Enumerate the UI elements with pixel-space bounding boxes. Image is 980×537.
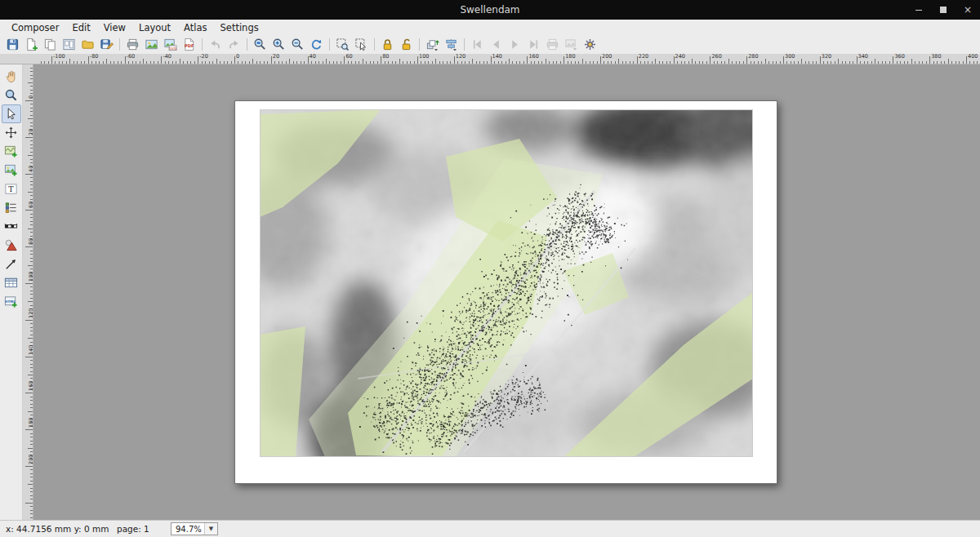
ruler-tick — [717, 61, 718, 64]
ruler-tick — [323, 61, 323, 64]
ruler-label: -80 — [90, 54, 99, 60]
add-label-button[interactable]: T — [2, 180, 21, 198]
ruler-label: 100 — [419, 54, 429, 60]
move-item-content-tool-button[interactable] — [2, 123, 21, 142]
zoom-level-select[interactable]: 94.7% ▼ — [171, 522, 218, 535]
add-html-frame-button[interactable]: HTML — [2, 292, 21, 311]
save-project-button[interactable] — [3, 36, 22, 53]
add-attribute-table-button[interactable] — [2, 273, 21, 292]
nav-first-icon — [470, 38, 484, 51]
composer-manager-button[interactable] — [60, 36, 78, 53]
menu-edit[interactable]: Edit — [65, 20, 96, 35]
ruler-tick — [714, 61, 715, 64]
ruler-tick — [150, 61, 151, 64]
zoom-out-button[interactable] — [288, 36, 307, 53]
add-legend-button[interactable] — [2, 198, 21, 217]
zoom-full-button[interactable] — [251, 36, 270, 53]
ruler-label: -100 — [53, 54, 65, 60]
export-image-button[interactable] — [142, 36, 161, 53]
menu-layout[interactable]: Layout — [132, 20, 177, 35]
export-pdf-button[interactable]: PDF — [180, 36, 198, 53]
ruler-tick — [556, 61, 557, 64]
ruler-tick — [911, 59, 912, 64]
add-scalebar-button[interactable] — [2, 217, 21, 236]
ruler-tick — [388, 61, 389, 64]
add-image-button[interactable] — [2, 161, 21, 180]
print-button[interactable] — [123, 36, 142, 53]
ruler-tick — [146, 61, 147, 64]
add-new-map-button[interactable] — [2, 142, 21, 161]
atlas-previous-feature-button — [487, 36, 506, 53]
ruler-label: 380 — [931, 54, 941, 60]
ruler-tick — [30, 148, 33, 149]
ruler-tick — [937, 61, 938, 64]
toolbar-separator — [202, 38, 203, 51]
select-move-item-tool-button[interactable] — [2, 104, 21, 123]
refresh-view-button[interactable] — [307, 36, 326, 53]
maximize-button[interactable] — [938, 4, 949, 16]
lock-icon — [381, 38, 394, 51]
ruler-tick — [487, 61, 488, 64]
ruler-tick — [966, 56, 967, 64]
ruler-label: 340 — [858, 54, 868, 60]
ruler-tick — [359, 61, 359, 64]
ruler-tick — [25, 246, 33, 247]
lock-selected-items-button[interactable] — [378, 36, 397, 53]
ruler-tick — [28, 192, 33, 193]
add-arrow-button[interactable] — [2, 255, 21, 273]
ruler-tick — [293, 61, 294, 64]
ruler-tick — [30, 254, 33, 255]
zoom-in-button[interactable] — [270, 36, 288, 53]
export-atlas-icon — [564, 38, 578, 51]
ruler-label: 360 — [894, 54, 904, 60]
ruler-tick — [183, 61, 184, 64]
ruler-tick — [28, 265, 33, 266]
raise-icon — [425, 38, 439, 51]
export-svg-button[interactable]: SVG — [161, 36, 180, 53]
raise-selected-items-button[interactable] — [423, 36, 442, 53]
minimize-button[interactable] — [913, 4, 924, 16]
add-shape-button[interactable] — [2, 236, 21, 255]
pan-tool-button[interactable] — [2, 67, 21, 86]
ruler-label: 160 — [528, 54, 538, 60]
ruler-tick — [801, 59, 802, 64]
ruler-tick — [30, 415, 33, 415]
page-sheet[interactable] — [234, 100, 777, 484]
ruler-tick — [209, 61, 210, 64]
printer-icon — [546, 38, 559, 51]
composition-canvas[interactable] — [33, 64, 980, 520]
ruler-tick — [44, 61, 45, 64]
smart-guides-button[interactable] — [352, 36, 371, 53]
duplicate-composer-button[interactable] — [41, 36, 60, 53]
menu-settings[interactable]: Settings — [214, 20, 265, 35]
menu-composer[interactable]: Composer — [5, 20, 65, 35]
close-button[interactable]: × — [962, 4, 973, 16]
load-from-template-button[interactable] — [78, 36, 97, 53]
align-items-button[interactable] — [442, 36, 461, 53]
map-item[interactable] — [260, 109, 753, 457]
ruler-tick — [506, 61, 506, 64]
snap-grid-button[interactable] — [333, 36, 352, 53]
ruler-tick — [476, 61, 477, 64]
menu-view[interactable]: View — [97, 20, 132, 35]
ruler-tick — [30, 400, 33, 401]
new-composer-button[interactable] — [22, 36, 41, 53]
unlock-all-items-button[interactable] — [397, 36, 416, 53]
ruler-tick — [30, 360, 33, 361]
ruler-tick — [531, 61, 532, 64]
zoom-tool-button[interactable] — [2, 86, 21, 104]
atlas-settings-button[interactable] — [581, 36, 599, 53]
ruler-label: 0 — [236, 54, 239, 60]
cursor-position: x: 44.7156 mm y: 0 mm — [6, 524, 110, 534]
ruler-tick — [835, 61, 835, 64]
ruler-tick — [871, 61, 872, 64]
ruler-tick — [421, 61, 421, 64]
menu-atlas[interactable]: Atlas — [177, 20, 213, 35]
ruler-tick — [838, 59, 839, 64]
ruler-tick — [864, 61, 865, 64]
save-as-template-button[interactable] — [97, 36, 116, 53]
ruler-tick — [776, 61, 777, 64]
ruler-tick — [479, 61, 480, 64]
ruler-tick — [959, 61, 960, 64]
ruler-tick — [30, 323, 33, 324]
